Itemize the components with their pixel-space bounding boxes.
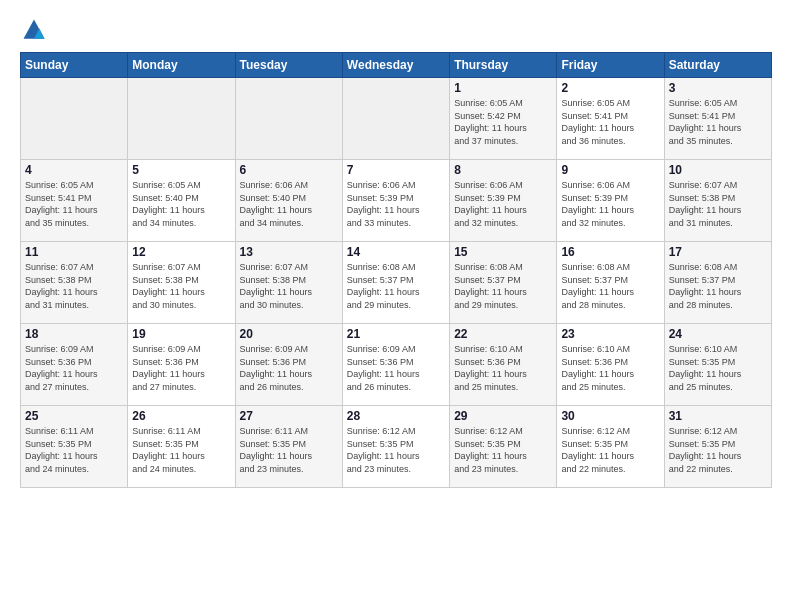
day-info: Sunrise: 6:10 AM Sunset: 5:35 PM Dayligh… [669,343,767,393]
day-info: Sunrise: 6:06 AM Sunset: 5:39 PM Dayligh… [561,179,659,229]
day-number: 27 [240,409,338,423]
day-cell: 5Sunrise: 6:05 AM Sunset: 5:40 PM Daylig… [128,160,235,242]
weekday-header-friday: Friday [557,53,664,78]
day-info: Sunrise: 6:08 AM Sunset: 5:37 PM Dayligh… [669,261,767,311]
day-cell: 13Sunrise: 6:07 AM Sunset: 5:38 PM Dayli… [235,242,342,324]
weekday-header-wednesday: Wednesday [342,53,449,78]
week-row-1: 1Sunrise: 6:05 AM Sunset: 5:42 PM Daylig… [21,78,772,160]
header [20,16,772,44]
day-info: Sunrise: 6:10 AM Sunset: 5:36 PM Dayligh… [561,343,659,393]
day-cell: 26Sunrise: 6:11 AM Sunset: 5:35 PM Dayli… [128,406,235,488]
weekday-row: SundayMondayTuesdayWednesdayThursdayFrid… [21,53,772,78]
day-cell: 8Sunrise: 6:06 AM Sunset: 5:39 PM Daylig… [450,160,557,242]
day-cell: 21Sunrise: 6:09 AM Sunset: 5:36 PM Dayli… [342,324,449,406]
page: SundayMondayTuesdayWednesdayThursdayFrid… [0,0,792,612]
day-info: Sunrise: 6:12 AM Sunset: 5:35 PM Dayligh… [561,425,659,475]
weekday-header-tuesday: Tuesday [235,53,342,78]
day-cell: 3Sunrise: 6:05 AM Sunset: 5:41 PM Daylig… [664,78,771,160]
day-number: 19 [132,327,230,341]
day-cell: 12Sunrise: 6:07 AM Sunset: 5:38 PM Dayli… [128,242,235,324]
day-cell: 27Sunrise: 6:11 AM Sunset: 5:35 PM Dayli… [235,406,342,488]
day-info: Sunrise: 6:06 AM Sunset: 5:39 PM Dayligh… [454,179,552,229]
day-info: Sunrise: 6:09 AM Sunset: 5:36 PM Dayligh… [25,343,123,393]
day-cell [235,78,342,160]
day-info: Sunrise: 6:06 AM Sunset: 5:39 PM Dayligh… [347,179,445,229]
day-info: Sunrise: 6:11 AM Sunset: 5:35 PM Dayligh… [240,425,338,475]
calendar-body: 1Sunrise: 6:05 AM Sunset: 5:42 PM Daylig… [21,78,772,488]
logo [20,16,52,44]
week-row-5: 25Sunrise: 6:11 AM Sunset: 5:35 PM Dayli… [21,406,772,488]
day-info: Sunrise: 6:07 AM Sunset: 5:38 PM Dayligh… [25,261,123,311]
day-cell: 11Sunrise: 6:07 AM Sunset: 5:38 PM Dayli… [21,242,128,324]
day-cell: 2Sunrise: 6:05 AM Sunset: 5:41 PM Daylig… [557,78,664,160]
day-info: Sunrise: 6:10 AM Sunset: 5:36 PM Dayligh… [454,343,552,393]
day-cell: 9Sunrise: 6:06 AM Sunset: 5:39 PM Daylig… [557,160,664,242]
day-number: 12 [132,245,230,259]
day-info: Sunrise: 6:09 AM Sunset: 5:36 PM Dayligh… [347,343,445,393]
day-number: 7 [347,163,445,177]
day-info: Sunrise: 6:12 AM Sunset: 5:35 PM Dayligh… [347,425,445,475]
day-cell: 28Sunrise: 6:12 AM Sunset: 5:35 PM Dayli… [342,406,449,488]
day-cell: 24Sunrise: 6:10 AM Sunset: 5:35 PM Dayli… [664,324,771,406]
day-info: Sunrise: 6:07 AM Sunset: 5:38 PM Dayligh… [669,179,767,229]
day-number: 17 [669,245,767,259]
day-info: Sunrise: 6:12 AM Sunset: 5:35 PM Dayligh… [669,425,767,475]
day-info: Sunrise: 6:08 AM Sunset: 5:37 PM Dayligh… [454,261,552,311]
day-cell: 30Sunrise: 6:12 AM Sunset: 5:35 PM Dayli… [557,406,664,488]
day-number: 5 [132,163,230,177]
day-number: 11 [25,245,123,259]
day-cell: 17Sunrise: 6:08 AM Sunset: 5:37 PM Dayli… [664,242,771,324]
day-cell: 6Sunrise: 6:06 AM Sunset: 5:40 PM Daylig… [235,160,342,242]
day-number: 3 [669,81,767,95]
day-cell: 29Sunrise: 6:12 AM Sunset: 5:35 PM Dayli… [450,406,557,488]
day-cell: 18Sunrise: 6:09 AM Sunset: 5:36 PM Dayli… [21,324,128,406]
day-cell: 25Sunrise: 6:11 AM Sunset: 5:35 PM Dayli… [21,406,128,488]
weekday-header-monday: Monday [128,53,235,78]
day-number: 18 [25,327,123,341]
week-row-2: 4Sunrise: 6:05 AM Sunset: 5:41 PM Daylig… [21,160,772,242]
day-number: 16 [561,245,659,259]
day-cell: 7Sunrise: 6:06 AM Sunset: 5:39 PM Daylig… [342,160,449,242]
day-cell: 1Sunrise: 6:05 AM Sunset: 5:42 PM Daylig… [450,78,557,160]
day-number: 6 [240,163,338,177]
day-info: Sunrise: 6:11 AM Sunset: 5:35 PM Dayligh… [25,425,123,475]
weekday-header-thursday: Thursday [450,53,557,78]
week-row-4: 18Sunrise: 6:09 AM Sunset: 5:36 PM Dayli… [21,324,772,406]
day-info: Sunrise: 6:05 AM Sunset: 5:41 PM Dayligh… [669,97,767,147]
day-number: 2 [561,81,659,95]
day-number: 9 [561,163,659,177]
day-number: 10 [669,163,767,177]
day-cell: 16Sunrise: 6:08 AM Sunset: 5:37 PM Dayli… [557,242,664,324]
day-cell: 19Sunrise: 6:09 AM Sunset: 5:36 PM Dayli… [128,324,235,406]
day-number: 23 [561,327,659,341]
day-info: Sunrise: 6:07 AM Sunset: 5:38 PM Dayligh… [132,261,230,311]
calendar-header: SundayMondayTuesdayWednesdayThursdayFrid… [21,53,772,78]
day-cell: 31Sunrise: 6:12 AM Sunset: 5:35 PM Dayli… [664,406,771,488]
day-cell [21,78,128,160]
day-cell: 10Sunrise: 6:07 AM Sunset: 5:38 PM Dayli… [664,160,771,242]
day-info: Sunrise: 6:05 AM Sunset: 5:41 PM Dayligh… [25,179,123,229]
day-cell: 22Sunrise: 6:10 AM Sunset: 5:36 PM Dayli… [450,324,557,406]
day-info: Sunrise: 6:05 AM Sunset: 5:41 PM Dayligh… [561,97,659,147]
day-number: 13 [240,245,338,259]
day-info: Sunrise: 6:12 AM Sunset: 5:35 PM Dayligh… [454,425,552,475]
day-info: Sunrise: 6:07 AM Sunset: 5:38 PM Dayligh… [240,261,338,311]
day-cell [128,78,235,160]
logo-icon [20,16,48,44]
day-number: 29 [454,409,552,423]
day-cell: 20Sunrise: 6:09 AM Sunset: 5:36 PM Dayli… [235,324,342,406]
day-info: Sunrise: 6:06 AM Sunset: 5:40 PM Dayligh… [240,179,338,229]
day-info: Sunrise: 6:09 AM Sunset: 5:36 PM Dayligh… [132,343,230,393]
day-info: Sunrise: 6:05 AM Sunset: 5:42 PM Dayligh… [454,97,552,147]
day-cell: 4Sunrise: 6:05 AM Sunset: 5:41 PM Daylig… [21,160,128,242]
day-cell: 14Sunrise: 6:08 AM Sunset: 5:37 PM Dayli… [342,242,449,324]
day-number: 21 [347,327,445,341]
day-info: Sunrise: 6:11 AM Sunset: 5:35 PM Dayligh… [132,425,230,475]
day-number: 1 [454,81,552,95]
day-cell [342,78,449,160]
day-cell: 15Sunrise: 6:08 AM Sunset: 5:37 PM Dayli… [450,242,557,324]
day-number: 15 [454,245,552,259]
day-number: 24 [669,327,767,341]
weekday-header-sunday: Sunday [21,53,128,78]
day-number: 22 [454,327,552,341]
